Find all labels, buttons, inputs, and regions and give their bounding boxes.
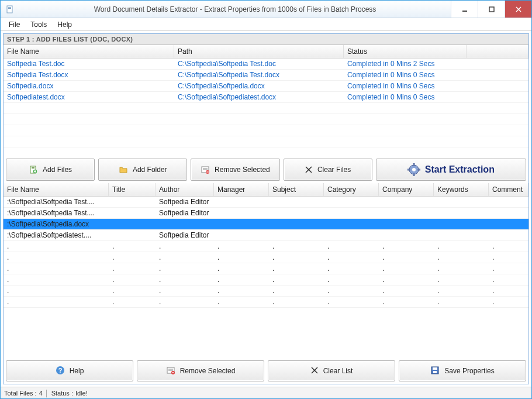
table-row[interactable]: Softpedia Test.docxC:\Softpedia\Softpedi…: [4, 70, 528, 81]
table-cell: Completed in 0 Mins 0 Secs: [344, 70, 467, 80]
files-grid-header: File Name Path Status: [4, 45, 528, 59]
table-cell: [324, 212, 379, 214]
minimize-button[interactable]: [451, 1, 478, 18]
table-cell: [109, 212, 156, 214]
table-cell: .: [434, 242, 489, 251]
table-cell: .: [489, 264, 528, 273]
remove-selected-button-2[interactable]: Remove Selected: [137, 360, 264, 381]
table-cell: .: [109, 242, 156, 251]
col-status[interactable]: Status: [344, 45, 467, 58]
table-row[interactable]: :\Softpedia\Softpedia Test....Softpedia …: [4, 197, 528, 208]
table-cell: .: [109, 275, 156, 284]
table-row[interactable]: Softpedia Test.docC:\Softpedia\Softpedia…: [4, 59, 528, 70]
folder-icon: [119, 165, 128, 174]
table-cell: [489, 235, 528, 236]
table-row[interactable]: Softpediatest.docxC:\Softpedia\Softpedia…: [4, 92, 528, 103]
table-cell: .: [379, 264, 434, 273]
remove-selected-button[interactable]: Remove Selected: [191, 159, 279, 181]
pcol-manager[interactable]: Manager: [214, 183, 269, 196]
table-cell: .: [109, 286, 156, 295]
clear-list-button[interactable]: Clear List: [268, 360, 395, 381]
svg-rect-36: [433, 367, 437, 370]
pcol-subject[interactable]: Subject: [269, 183, 324, 196]
table-cell: .: [344, 137, 467, 146]
help-label: Help: [70, 367, 84, 375]
table-cell: [324, 223, 379, 225]
table-row[interactable]: :\Softpedia\Softpediatest....Softpedia E…: [4, 230, 528, 241]
table-cell: [467, 85, 528, 87]
properties-grid-header: File Name Title Author Manager Subject C…: [4, 183, 528, 197]
table-cell: [489, 201, 528, 202]
svg-rect-12: [34, 171, 36, 171]
table-row[interactable]: Softpedia.docxC:\Softpedia\Softpedia.doc…: [4, 81, 528, 92]
maximize-button[interactable]: [478, 1, 505, 18]
table-cell: .: [324, 253, 379, 262]
table-cell: .: [324, 242, 379, 251]
table-cell: .: [4, 115, 174, 124]
svg-rect-1: [8, 7, 11, 8]
status-separator: │: [45, 390, 49, 397]
table-cell: .: [434, 253, 489, 262]
svg-rect-4: [489, 7, 494, 12]
table-cell: .: [324, 275, 379, 284]
col-spacer: [467, 45, 528, 58]
pcol-filename[interactable]: File Name: [4, 183, 109, 196]
files-grid: File Name Path Status Softpedia Test.doc…: [4, 45, 528, 156]
add-files-label: Add Files: [43, 166, 72, 174]
table-cell: [467, 97, 528, 98]
svg-rect-25: [418, 169, 420, 170]
table-cell: [269, 235, 324, 236]
table-cell: .: [467, 126, 528, 135]
status-label: Status :: [51, 390, 73, 397]
table-cell: [156, 223, 214, 225]
pcol-title[interactable]: Title: [109, 183, 156, 196]
table-cell: [214, 201, 269, 202]
pcol-category[interactable]: Category: [324, 183, 379, 196]
svg-rect-3: [462, 11, 467, 12]
menu-help[interactable]: Help: [53, 19, 77, 30]
files-grid-body: Softpedia Test.docC:\Softpedia\Softpedia…: [4, 59, 528, 147]
table-cell: .: [174, 104, 344, 113]
start-extraction-button[interactable]: Start Extraction: [376, 159, 526, 181]
add-folder-button[interactable]: Add Folder: [98, 159, 187, 181]
menu-file[interactable]: File: [4, 19, 25, 30]
add-files-button[interactable]: Add Files: [6, 159, 95, 181]
table-cell: .: [467, 137, 528, 146]
table-cell: .: [344, 104, 467, 113]
table-row[interactable]: :\Softpedia\Softpedia.docx: [4, 219, 528, 230]
table-cell: .: [214, 242, 269, 251]
clear-files-button[interactable]: Clear Files: [284, 159, 372, 181]
total-files-value: 4: [39, 390, 43, 397]
svg-rect-24: [407, 169, 410, 170]
window-controls: [451, 1, 531, 18]
help-button[interactable]: ? Help: [6, 360, 133, 381]
table-cell: .: [4, 242, 109, 251]
table-cell: .: [324, 297, 379, 307]
table-cell: .: [4, 286, 109, 295]
svg-rect-2: [8, 8, 11, 9]
remove-icon: [201, 165, 210, 174]
table-row: .........: [4, 252, 528, 263]
table-cell: .: [4, 137, 174, 146]
table-cell: Softpedia Test.doc: [4, 59, 174, 68]
table-row[interactable]: :\Softpedia\Softpedia Test....Softpedia …: [4, 208, 528, 219]
table-cell: C:\Softpedia\Softpedia Test.docx: [174, 70, 344, 80]
table-cell: [109, 201, 156, 202]
table-cell: .: [269, 286, 324, 295]
close-button[interactable]: [505, 1, 531, 18]
pcol-company[interactable]: Company: [379, 183, 434, 196]
col-filename[interactable]: File Name: [4, 45, 174, 58]
action-toolbar: Add Files Add Folder Remove Selected Cle…: [4, 156, 528, 183]
table-cell: .: [156, 286, 214, 295]
pcol-keywords[interactable]: Keywords: [434, 183, 489, 196]
save-properties-button[interactable]: Save Properties: [399, 360, 526, 381]
table-cell: .: [156, 297, 214, 307]
properties-grid: File Name Title Author Manager Subject C…: [4, 183, 528, 358]
pcol-comment[interactable]: Comment: [489, 183, 528, 196]
table-cell: Completed in 0 Mins 2 Secs: [344, 59, 467, 68]
col-path[interactable]: Path: [174, 45, 344, 58]
pcol-author[interactable]: Author: [156, 183, 214, 196]
menu-tools[interactable]: Tools: [26, 19, 51, 30]
table-cell: [434, 235, 489, 236]
table-cell: Softpedia Editor: [156, 231, 214, 240]
